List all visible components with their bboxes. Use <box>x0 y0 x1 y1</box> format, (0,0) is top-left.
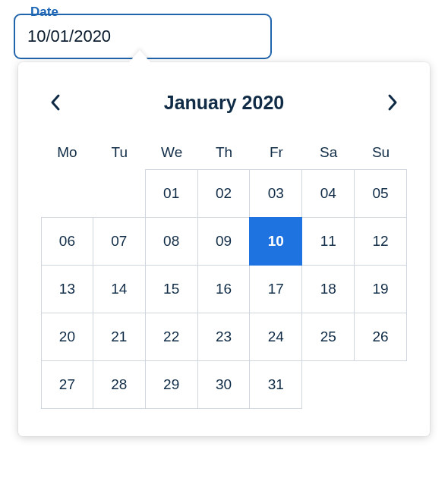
calendar-day[interactable]: 28 <box>93 360 146 409</box>
calendar-day[interactable]: 07 <box>93 217 146 266</box>
calendar-day[interactable]: 13 <box>41 265 93 313</box>
calendar-day[interactable]: 30 <box>197 360 251 409</box>
calendar-day[interactable]: 12 <box>354 217 407 266</box>
prev-month-button[interactable] <box>41 88 70 117</box>
calendar-popover: January 2020 MoTuWeThFrSaSu 010203040506… <box>18 62 430 436</box>
calendar-day[interactable]: 27 <box>41 360 93 409</box>
calendar-empty-cell <box>93 169 146 218</box>
calendar-day[interactable]: 16 <box>197 265 251 313</box>
calendar-title: January 2020 <box>70 92 378 114</box>
calendar-day[interactable]: 17 <box>249 265 302 313</box>
weekday-header: Th <box>198 135 251 170</box>
calendar-day[interactable]: 01 <box>145 169 198 218</box>
weekday-header: Mo <box>41 135 93 170</box>
calendar-day[interactable]: 04 <box>301 169 355 218</box>
calendar-day[interactable]: 22 <box>145 313 198 361</box>
chevron-left-icon <box>49 93 62 112</box>
calendar-day[interactable]: 29 <box>145 360 198 409</box>
calendar-days-grid: 0102030405060708091011121314151617181920… <box>41 170 407 409</box>
calendar-day[interactable]: 03 <box>249 169 302 218</box>
next-month-button[interactable] <box>378 88 407 117</box>
calendar-day[interactable]: 31 <box>249 360 302 409</box>
calendar-day[interactable]: 09 <box>197 217 251 266</box>
calendar-day[interactable]: 20 <box>41 313 93 361</box>
calendar-day[interactable]: 14 <box>93 265 146 313</box>
calendar-day[interactable]: 06 <box>41 217 93 266</box>
calendar-day[interactable]: 19 <box>354 265 407 313</box>
calendar-day[interactable]: 23 <box>197 313 251 361</box>
calendar-day[interactable]: 08 <box>145 217 198 266</box>
calendar-day[interactable]: 05 <box>354 169 407 218</box>
calendar-day[interactable]: 25 <box>301 313 355 361</box>
calendar-day[interactable]: 18 <box>301 265 355 313</box>
date-input-value: 10/01/2020 <box>27 27 111 46</box>
weekday-header: Tu <box>93 135 146 170</box>
calendar-day[interactable]: 24 <box>249 313 302 361</box>
calendar-day[interactable]: 26 <box>354 313 407 361</box>
popover-caret <box>129 50 150 62</box>
weekday-header-row: MoTuWeThFrSaSu <box>41 135 407 170</box>
weekday-header: Sa <box>302 135 355 170</box>
calendar-day[interactable]: 02 <box>197 169 251 218</box>
calendar-day[interactable]: 15 <box>145 265 198 313</box>
weekday-header: Fr <box>250 135 302 170</box>
calendar-day-selected[interactable]: 10 <box>249 217 302 266</box>
calendar-empty-cell <box>40 169 93 218</box>
weekday-header: Su <box>355 135 407 170</box>
calendar-day[interactable]: 11 <box>301 217 355 266</box>
chevron-right-icon <box>386 93 399 112</box>
calendar-day[interactable]: 21 <box>93 313 146 361</box>
weekday-header: We <box>146 135 198 170</box>
